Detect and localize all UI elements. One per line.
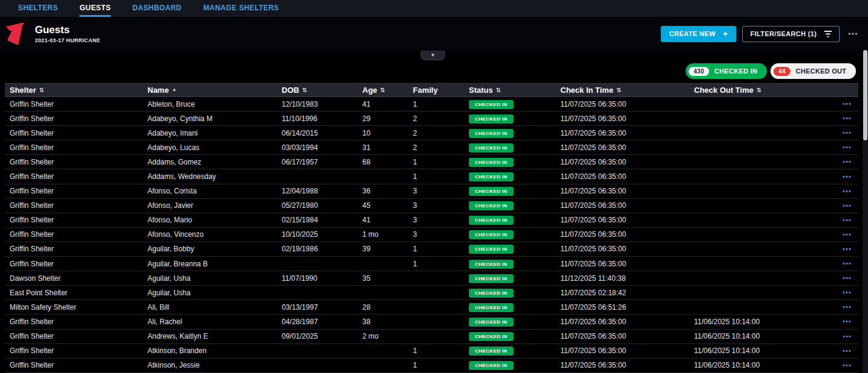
- cell-family: 3: [408, 216, 464, 224]
- cell-age: 38: [358, 318, 408, 326]
- checked-in-filter-pill[interactable]: 430 CHECKED IN: [686, 63, 767, 79]
- cell-status: CHECKED IN: [464, 157, 556, 167]
- cell-status: CHECKED IN: [464, 230, 556, 239]
- sort-icon: ⇅: [757, 87, 761, 93]
- column-label: Shelter: [10, 86, 36, 95]
- row-menu-button[interactable]: •••: [843, 101, 852, 107]
- row-menu-button[interactable]: •••: [843, 348, 852, 354]
- status-badge: CHECKED IN: [469, 230, 513, 239]
- cell-name: Aguilar, Usha: [143, 274, 277, 283]
- row-menu-button[interactable]: •••: [843, 333, 852, 340]
- cell-actions: •••: [836, 174, 858, 180]
- table-row[interactable]: Griffin Shelter Ableton, Bruce 12/10/198…: [5, 97, 858, 111]
- table-row[interactable]: Griffin Shelter Adabeyo, Lucas 03/03/199…: [5, 140, 858, 155]
- vertical-scrollbar[interactable]: [863, 50, 868, 373]
- checked-out-filter-pill[interactable]: 44 CHECKED OUT: [770, 63, 856, 79]
- row-menu-button[interactable]: •••: [843, 115, 852, 122]
- table-row[interactable]: Griffin Shelter Adabeyo, Imani 06/14/201…: [5, 126, 858, 140]
- column-header-status[interactable]: Status⇅: [464, 86, 556, 95]
- table-row[interactable]: Griffin Shelter Atkinson, Jessie 1 CHECK…: [5, 359, 858, 373]
- column-header-family[interactable]: Family: [408, 86, 464, 95]
- cell-age: 41: [358, 100, 408, 108]
- column-header-age[interactable]: Age⇅: [358, 86, 408, 95]
- column-header-dob[interactable]: DOB⇅: [277, 86, 358, 95]
- nav-item-manage-shelters[interactable]: MANAGE SHELTERS: [203, 0, 279, 17]
- status-badge: CHECKED IN: [469, 260, 513, 269]
- collapse-panel-button[interactable]: ▼: [421, 51, 445, 60]
- status-badge: CHECKED IN: [469, 303, 513, 312]
- status-badge: CHECKED IN: [469, 100, 513, 109]
- header-actions: CREATE NEW + FILTER/SEARCH (1) •••: [661, 26, 861, 42]
- status-badge: CHECKED IN: [469, 129, 513, 138]
- cell-shelter: Griffin Shelter: [5, 143, 143, 152]
- table-row[interactable]: Dawson Shelter Aguilar, Usha 11/07/1990 …: [5, 271, 858, 286]
- table-row[interactable]: Griffin Shelter Addams, Wednesday 1 CHEC…: [5, 169, 858, 184]
- nav-item-dashboard[interactable]: DASHBOARD: [132, 0, 182, 17]
- cell-check-in-time: 11/07/2025 06:35:00: [556, 172, 689, 181]
- row-menu-button[interactable]: •••: [843, 275, 852, 281]
- table-row[interactable]: Milton Safety Shelter Ali, Bill 03/13/19…: [5, 300, 858, 315]
- row-menu-button[interactable]: •••: [843, 231, 852, 238]
- column-header-check-out-time[interactable]: Check Out Time⇅: [689, 86, 836, 95]
- table-row[interactable]: Griffin Shelter Afonso, Javier 05/27/198…: [5, 199, 858, 213]
- nav-item-guests[interactable]: GUESTS: [79, 0, 111, 17]
- status-badge: CHECKED IN: [469, 318, 513, 327]
- column-header-shelter[interactable]: Shelter⇅: [5, 86, 143, 95]
- checked-out-label: CHECKED OUT: [796, 67, 846, 75]
- row-menu-button[interactable]: •••: [843, 174, 852, 180]
- row-menu-button[interactable]: •••: [843, 188, 852, 195]
- sort-icon: ⇅: [496, 87, 501, 93]
- table-row[interactable]: Griffin Shelter Atkinson, Branden 1 CHEC…: [5, 344, 858, 359]
- scrollbar-thumb[interactable]: [863, 50, 867, 140]
- table-row[interactable]: Griffin Shelter Afonso, Vincenzo 10/10/2…: [5, 228, 858, 242]
- table-row[interactable]: Griffin Shelter Adabeyo, Cynthia M 11/10…: [5, 111, 858, 126]
- app-logo[interactable]: [5, 21, 29, 46]
- cell-name: Aguilar, Bobby: [143, 245, 277, 253]
- table-row[interactable]: Griffin Shelter Addams, Gomez 06/17/1957…: [5, 155, 858, 169]
- row-menu-button[interactable]: •••: [843, 318, 852, 325]
- cell-name: Adabeyo, Lucas: [143, 143, 277, 152]
- cell-name: Aguilar, Usha: [143, 289, 277, 297]
- status-badge: CHECKED IN: [469, 361, 513, 370]
- row-menu-button[interactable]: •••: [843, 130, 852, 136]
- table-row[interactable]: Griffin Shelter Andrews, Kaitlyn E 09/01…: [5, 330, 858, 344]
- nav-item-shelters[interactable]: SHELTERS: [18, 0, 58, 17]
- row-menu-button[interactable]: •••: [843, 144, 852, 151]
- table-row[interactable]: Griffin Shelter Aguilar, Breanna B 1 CHE…: [5, 257, 858, 271]
- row-menu-button[interactable]: •••: [843, 289, 852, 296]
- column-label: Status: [469, 86, 493, 95]
- table-row[interactable]: Griffin Shelter Afonso, Mario 02/15/1984…: [5, 213, 858, 228]
- sort-ascending-icon: ▲: [172, 87, 176, 92]
- row-menu-button[interactable]: •••: [843, 202, 852, 209]
- table-row[interactable]: East Point Shelter Aguilar, Usha CHECKED…: [5, 286, 858, 300]
- cell-dob: 09/01/2025: [277, 332, 358, 340]
- column-header-name[interactable]: Name▲: [143, 86, 277, 95]
- cell-name: Adabeyo, Imani: [143, 129, 277, 137]
- row-menu-button[interactable]: •••: [843, 304, 852, 310]
- cell-name: Aguilar, Breanna B: [143, 260, 277, 268]
- filter-search-button[interactable]: FILTER/SEARCH (1): [742, 26, 839, 42]
- cell-dob: 05/27/1980: [277, 201, 358, 210]
- status-badge: CHECKED IN: [469, 201, 513, 210]
- app-header: Guests 2021-03-17 HURRICANE CREATE NEW +…: [0, 17, 868, 51]
- row-menu-button[interactable]: •••: [843, 246, 852, 252]
- row-menu-button[interactable]: •••: [843, 217, 852, 224]
- cell-actions: •••: [836, 217, 858, 224]
- header-menu-button[interactable]: •••: [848, 30, 858, 38]
- table-row[interactable]: Griffin Shelter Ali, Rachel 04/28/1987 3…: [5, 315, 858, 329]
- cell-dob: 06/17/1957: [277, 158, 358, 166]
- table-row[interactable]: Griffin Shelter Afonso, Corista 12/04/19…: [5, 184, 858, 199]
- create-new-button[interactable]: CREATE NEW +: [661, 26, 737, 42]
- column-header-check-in-time[interactable]: Check In Time⇅: [556, 86, 689, 95]
- cell-shelter: Griffin Shelter: [5, 129, 143, 137]
- cell-actions: •••: [836, 115, 858, 122]
- row-menu-button[interactable]: •••: [843, 158, 852, 165]
- filter-search-label: FILTER/SEARCH (1): [750, 30, 816, 37]
- cell-shelter: Griffin Shelter: [5, 114, 143, 123]
- cell-shelter: Griffin Shelter: [5, 361, 143, 369]
- table-row[interactable]: Griffin Shelter Aguilar, Bobby 02/19/198…: [5, 242, 858, 257]
- cell-family: 1: [408, 260, 464, 268]
- cell-check-in-time: 11/07/2025 06:35:00: [556, 346, 689, 355]
- row-menu-button[interactable]: •••: [843, 362, 852, 369]
- row-menu-button[interactable]: •••: [843, 260, 852, 267]
